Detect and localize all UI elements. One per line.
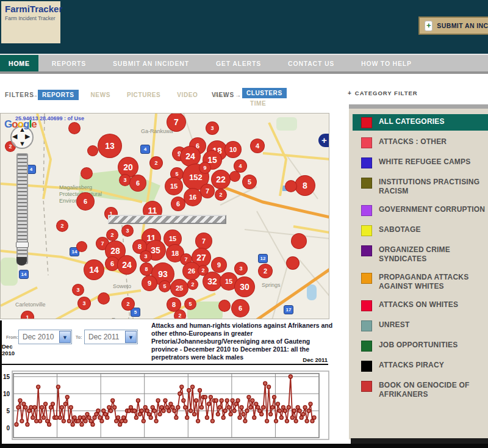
category-government-corruption[interactable]: GOVERNMENT CORRUPTION xyxy=(349,202,488,219)
submit-incident-button[interactable]: + SUBMIT AN INCIDENT xyxy=(418,16,488,35)
cluster-marker[interactable] xyxy=(218,300,231,312)
chevron-down-icon[interactable]: ▼ xyxy=(59,331,71,343)
filter-chip-video[interactable]: VIDEO xyxy=(173,90,202,100)
filter-chip-reports[interactable]: REPORTS xyxy=(38,90,79,100)
cluster-marker-7[interactable]: 7 xyxy=(167,113,186,132)
cluster-marker-22[interactable]: 22 xyxy=(211,170,231,189)
place-label-ennerdale: Ennerdale xyxy=(112,317,137,319)
cluster-marker-6[interactable]: 6 xyxy=(231,299,249,317)
road-badge-14[interactable]: 14 xyxy=(19,270,29,279)
cluster-marker[interactable] xyxy=(81,167,93,179)
category-sabotage[interactable]: SABOTAGE xyxy=(349,222,488,239)
cluster-marker[interactable] xyxy=(291,233,307,249)
filter-chip-pictures[interactable]: PICTURES xyxy=(123,90,165,100)
chevron-down-icon[interactable]: ▼ xyxy=(125,331,137,343)
incident-map[interactable]: Ga-RankuwaMagaliesberg Protected Natural… xyxy=(0,113,329,319)
cluster-marker-5[interactable]: 5 xyxy=(159,280,171,292)
filters-arrow-icon: → xyxy=(32,92,38,98)
category-propaganda-attacks-against-whites[interactable]: PROPAGANDA ATTACKS AGAINST WHITES xyxy=(349,270,488,294)
category-book-on-genocide-of-afrikaners[interactable]: BOOK ON GENOCIDE OF AFRIKANERS xyxy=(349,378,488,402)
nav-item-home[interactable]: HOME xyxy=(0,55,38,71)
category-attacks-other[interactable]: ATTACKS : OTHER xyxy=(349,134,488,151)
cluster-marker-4[interactable]: 4 xyxy=(250,139,265,153)
view-clusters-chip[interactable]: CLUSTERS xyxy=(242,88,287,98)
cluster-marker[interactable] xyxy=(285,180,297,192)
pan-left-icon[interactable]: ◀ xyxy=(12,133,17,139)
category-attacks-piracy[interactable]: ATTACKS PIRACY xyxy=(349,358,488,374)
cluster-marker-8[interactable]: 8 xyxy=(295,175,315,196)
category-all-categories[interactable]: ALL CATEGORIES xyxy=(353,114,488,131)
cluster-marker-5[interactable]: 5 xyxy=(242,175,257,189)
map-zoom-slider[interactable] xyxy=(16,153,28,264)
cluster-marker-3[interactable]: 3 xyxy=(140,250,152,262)
cluster-marker-3[interactable]: 3 xyxy=(77,297,91,310)
cluster-marker-6[interactable]: 6 xyxy=(171,197,185,211)
cluster-marker-2[interactable]: 2 xyxy=(258,264,273,278)
to-date-select[interactable]: Dec 2011 ▼ xyxy=(84,330,138,344)
category-color-icon xyxy=(361,178,372,189)
cluster-marker-3[interactable]: 3 xyxy=(121,225,134,237)
category-filter-toggle[interactable]: +CATEGORY FILTER xyxy=(348,90,418,96)
cluster-marker-25[interactable]: 25 xyxy=(170,279,188,297)
cluster-marker-3[interactable]: 3 xyxy=(234,262,248,275)
category-label: WHITE REFUGEE CAMPS xyxy=(379,157,470,167)
pan-right-icon[interactable]: ▶ xyxy=(25,133,30,139)
cluster-marker-2[interactable]: 2 xyxy=(215,189,227,201)
cluster-marker[interactable] xyxy=(87,145,98,156)
logo[interactable]: FarmiTracker Farm Incident Tracker xyxy=(1,1,60,43)
filter-chip-news[interactable]: NEWS xyxy=(87,90,115,100)
cluster-marker-14[interactable]: 14 xyxy=(84,259,104,280)
cluster-marker-2[interactable]: 2 xyxy=(174,309,186,319)
category-label: BOOK ON GENOCIDE OF AFRIKANERS xyxy=(379,380,486,399)
nav-item-get-alerts[interactable]: GET ALERTS xyxy=(203,55,274,71)
category-organized-crime-syndicates[interactable]: ORGANIZED CRIME SYNDICATES xyxy=(349,242,488,266)
cluster-marker-2[interactable]: 2 xyxy=(187,279,198,290)
road-badge-12[interactable]: 12 xyxy=(258,254,268,263)
cluster-marker-9[interactable]: 9 xyxy=(199,162,211,174)
category-color-icon xyxy=(361,157,372,168)
nav-item-how-to-help[interactable]: HOW TO HELP xyxy=(348,55,425,71)
cluster-marker-10[interactable]: 10 xyxy=(224,141,242,158)
road-badge-17[interactable]: 17 xyxy=(284,305,293,314)
cluster-marker-7[interactable]: 7 xyxy=(195,233,212,250)
cluster-marker-2[interactable]: 2 xyxy=(149,156,163,170)
cluster-marker-30[interactable]: 30 xyxy=(234,276,255,297)
zoom-slider-knob[interactable] xyxy=(16,257,27,266)
pan-down-icon[interactable]: ▼ xyxy=(19,140,26,146)
cluster-marker-16[interactable]: 16 xyxy=(184,188,202,206)
cluster-marker-15[interactable]: 15 xyxy=(165,177,183,195)
cluster-marker-3[interactable]: 3 xyxy=(206,121,219,135)
cluster-marker[interactable] xyxy=(286,256,300,270)
cluster-marker[interactable] xyxy=(229,171,240,182)
nav-item-reports[interactable]: REPORTS xyxy=(38,55,99,71)
category-job-opportunities[interactable]: JOB OPPORTUNITIES xyxy=(349,338,488,354)
view-time-chip[interactable]: TIME xyxy=(250,100,266,107)
cluster-marker[interactable] xyxy=(76,241,87,252)
cluster-marker-6[interactable]: 6 xyxy=(129,175,146,192)
cluster-marker-6[interactable]: 6 xyxy=(76,192,95,211)
category-institutions-practising-racism[interactable]: INSTITUTIONS PRACTISING RACISM xyxy=(349,175,488,198)
cluster-marker-2[interactable]: 2 xyxy=(121,297,135,311)
category-unrest[interactable]: UNREST xyxy=(349,317,488,334)
cluster-marker-13[interactable]: 13 xyxy=(98,134,122,158)
category-color-icon xyxy=(361,341,372,352)
nav-item-contact-us[interactable]: CONTACT US xyxy=(274,55,348,71)
category-attacks-on-whites[interactable]: ATTACKS ON WHITES xyxy=(349,297,488,314)
cluster-marker-7[interactable]: 7 xyxy=(200,184,215,198)
category-filter-label: CATEGORY FILTER xyxy=(355,90,418,96)
zoom-slider-handle[interactable] xyxy=(16,242,29,248)
cluster-marker-3[interactable]: 3 xyxy=(72,284,84,296)
cluster-marker-2[interactable]: 2 xyxy=(56,220,68,232)
category-white-refugee-camps[interactable]: WHITE REFUGEE CAMPS xyxy=(349,154,488,171)
cluster-marker[interactable] xyxy=(98,292,110,305)
nav-item-submit-an-incident[interactable]: SUBMIT AN INCIDENT xyxy=(99,55,203,71)
cluster-marker-9[interactable]: 9 xyxy=(142,275,157,291)
map-zoom-in-button[interactable]: + xyxy=(318,134,329,147)
category-color-icon xyxy=(361,320,372,331)
cluster-marker[interactable] xyxy=(68,122,81,134)
from-date-select[interactable]: Dec 2010 ▼ xyxy=(18,330,72,344)
cluster-marker-9[interactable]: 9 xyxy=(211,257,227,273)
road-badge-4[interactable]: 4 xyxy=(140,145,150,154)
cluster-marker-5[interactable]: 5 xyxy=(184,298,196,310)
cluster-marker-24[interactable]: 24 xyxy=(117,255,137,275)
